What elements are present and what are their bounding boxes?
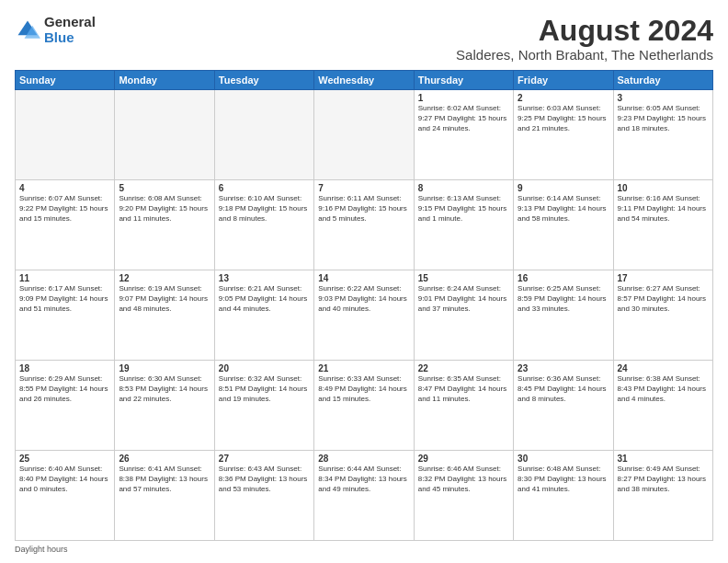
calendar-cell: 4Sunrise: 6:07 AM Sunset: 9:22 PM Daylig… (16, 180, 115, 270)
day-info: Sunrise: 6:32 AM Sunset: 8:51 PM Dayligh… (219, 374, 310, 404)
day-number: 31 (618, 454, 709, 464)
page: General Blue August 2024 Salderes, North… (0, 0, 728, 563)
day-number: 10 (618, 183, 709, 193)
calendar-cell: 7Sunrise: 6:11 AM Sunset: 9:16 PM Daylig… (314, 180, 414, 270)
calendar-week-0: 1Sunrise: 6:02 AM Sunset: 9:27 PM Daylig… (16, 90, 713, 180)
day-info: Sunrise: 6:11 AM Sunset: 9:16 PM Dayligh… (318, 194, 409, 224)
day-number: 13 (219, 273, 310, 283)
logo-blue: Blue (44, 30, 96, 46)
header-saturday: Saturday (613, 71, 712, 90)
day-info: Sunrise: 6:19 AM Sunset: 9:07 PM Dayligh… (119, 284, 210, 314)
day-number: 28 (318, 454, 409, 464)
calendar-cell: 14Sunrise: 6:22 AM Sunset: 9:03 PM Dayli… (314, 270, 414, 361)
day-info: Sunrise: 6:13 AM Sunset: 9:15 PM Dayligh… (418, 194, 509, 224)
logo-text: General Blue (44, 15, 96, 45)
calendar-cell (115, 90, 214, 180)
header-friday: Friday (514, 71, 613, 90)
day-number: 5 (119, 183, 210, 193)
day-info: Sunrise: 6:14 AM Sunset: 9:13 PM Dayligh… (518, 194, 609, 224)
day-number: 18 (19, 363, 110, 373)
logo: General Blue (15, 15, 96, 45)
calendar-cell: 17Sunrise: 6:27 AM Sunset: 8:57 PM Dayli… (613, 270, 712, 361)
header: General Blue August 2024 Salderes, North… (15, 15, 713, 63)
day-number: 20 (219, 363, 310, 373)
day-number: 29 (418, 454, 509, 464)
calendar-cell: 13Sunrise: 6:21 AM Sunset: 9:05 PM Dayli… (214, 270, 313, 361)
calendar-week-1: 4Sunrise: 6:07 AM Sunset: 9:22 PM Daylig… (16, 180, 713, 270)
day-number: 7 (318, 183, 409, 193)
calendar-cell: 2Sunrise: 6:03 AM Sunset: 9:25 PM Daylig… (514, 90, 613, 180)
calendar-cell: 30Sunrise: 6:48 AM Sunset: 8:30 PM Dayli… (514, 451, 613, 541)
day-number: 16 (518, 273, 609, 283)
day-number: 22 (418, 363, 509, 373)
calendar-header-row: Sunday Monday Tuesday Wednesday Thursday… (16, 71, 713, 90)
day-number: 11 (19, 273, 110, 283)
day-info: Sunrise: 6:49 AM Sunset: 8:27 PM Dayligh… (618, 465, 709, 494)
day-info: Sunrise: 6:03 AM Sunset: 9:25 PM Dayligh… (518, 104, 609, 133)
day-info: Sunrise: 6:08 AM Sunset: 9:20 PM Dayligh… (119, 194, 210, 224)
calendar-cell: 31Sunrise: 6:49 AM Sunset: 8:27 PM Dayli… (613, 451, 712, 541)
day-info: Sunrise: 6:10 AM Sunset: 9:18 PM Dayligh… (219, 194, 310, 224)
calendar-table: Sunday Monday Tuesday Wednesday Thursday… (15, 70, 713, 541)
calendar-week-2: 11Sunrise: 6:17 AM Sunset: 9:09 PM Dayli… (16, 270, 713, 361)
header-thursday: Thursday (414, 71, 513, 90)
day-number: 23 (518, 363, 609, 373)
calendar-cell: 28Sunrise: 6:44 AM Sunset: 8:34 PM Dayli… (314, 451, 414, 541)
day-info: Sunrise: 6:02 AM Sunset: 9:27 PM Dayligh… (418, 104, 509, 133)
day-info: Sunrise: 6:44 AM Sunset: 8:34 PM Dayligh… (318, 465, 409, 494)
calendar-cell: 16Sunrise: 6:25 AM Sunset: 8:59 PM Dayli… (514, 270, 613, 361)
day-number: 21 (318, 363, 409, 373)
day-info: Sunrise: 6:29 AM Sunset: 8:55 PM Dayligh… (19, 374, 110, 404)
day-info: Sunrise: 6:38 AM Sunset: 8:43 PM Dayligh… (618, 374, 709, 404)
calendar-cell: 21Sunrise: 6:33 AM Sunset: 8:49 PM Dayli… (314, 361, 414, 451)
calendar-cell: 26Sunrise: 6:41 AM Sunset: 8:38 PM Dayli… (115, 451, 214, 541)
calendar-cell: 8Sunrise: 6:13 AM Sunset: 9:15 PM Daylig… (414, 180, 513, 270)
calendar-cell (314, 90, 414, 180)
day-number: 24 (618, 363, 709, 373)
day-number: 17 (618, 273, 709, 283)
day-info: Sunrise: 6:16 AM Sunset: 9:11 PM Dayligh… (618, 194, 709, 224)
calendar-cell: 23Sunrise: 6:36 AM Sunset: 8:45 PM Dayli… (514, 361, 613, 451)
day-info: Sunrise: 6:17 AM Sunset: 9:09 PM Dayligh… (19, 284, 110, 314)
day-number: 1 (418, 93, 509, 103)
header-tuesday: Tuesday (214, 71, 313, 90)
header-sunday: Sunday (16, 71, 115, 90)
calendar-cell: 6Sunrise: 6:10 AM Sunset: 9:18 PM Daylig… (214, 180, 313, 270)
calendar-week-3: 18Sunrise: 6:29 AM Sunset: 8:55 PM Dayli… (16, 361, 713, 451)
day-info: Sunrise: 6:21 AM Sunset: 9:05 PM Dayligh… (219, 284, 310, 314)
title-block: August 2024 Salderes, North Brabant, The… (456, 15, 713, 63)
footer-note: Daylight hours (15, 545, 713, 554)
day-info: Sunrise: 6:25 AM Sunset: 8:59 PM Dayligh… (518, 284, 609, 314)
calendar-cell: 20Sunrise: 6:32 AM Sunset: 8:51 PM Dayli… (214, 361, 313, 451)
calendar-cell: 19Sunrise: 6:30 AM Sunset: 8:53 PM Dayli… (115, 361, 214, 451)
logo-general: General (44, 15, 96, 30)
day-info: Sunrise: 6:40 AM Sunset: 8:40 PM Dayligh… (19, 465, 110, 494)
day-info: Sunrise: 6:24 AM Sunset: 9:01 PM Dayligh… (418, 284, 509, 314)
day-number: 6 (219, 183, 310, 193)
calendar-cell: 15Sunrise: 6:24 AM Sunset: 9:01 PM Dayli… (414, 270, 513, 361)
day-number: 30 (518, 454, 609, 464)
calendar-cell: 24Sunrise: 6:38 AM Sunset: 8:43 PM Dayli… (613, 361, 712, 451)
calendar-cell: 27Sunrise: 6:43 AM Sunset: 8:36 PM Dayli… (214, 451, 313, 541)
calendar-cell: 29Sunrise: 6:46 AM Sunset: 8:32 PM Dayli… (414, 451, 513, 541)
day-info: Sunrise: 6:35 AM Sunset: 8:47 PM Dayligh… (418, 374, 509, 404)
calendar-cell: 10Sunrise: 6:16 AM Sunset: 9:11 PM Dayli… (613, 180, 712, 270)
day-number: 4 (19, 183, 110, 193)
day-number: 14 (318, 273, 409, 283)
day-number: 19 (119, 363, 210, 373)
day-info: Sunrise: 6:33 AM Sunset: 8:49 PM Dayligh… (318, 374, 409, 404)
calendar-cell: 11Sunrise: 6:17 AM Sunset: 9:09 PM Dayli… (16, 270, 115, 361)
day-info: Sunrise: 6:48 AM Sunset: 8:30 PM Dayligh… (518, 465, 609, 494)
calendar-cell (214, 90, 313, 180)
calendar-cell: 9Sunrise: 6:14 AM Sunset: 9:13 PM Daylig… (514, 180, 613, 270)
calendar-cell: 12Sunrise: 6:19 AM Sunset: 9:07 PM Dayli… (115, 270, 214, 361)
calendar-cell: 25Sunrise: 6:40 AM Sunset: 8:40 PM Dayli… (16, 451, 115, 541)
calendar-week-4: 25Sunrise: 6:40 AM Sunset: 8:40 PM Dayli… (16, 451, 713, 541)
day-number: 8 (418, 183, 509, 193)
logo-icon (15, 17, 40, 43)
day-number: 9 (518, 183, 609, 193)
calendar-cell: 1Sunrise: 6:02 AM Sunset: 9:27 PM Daylig… (414, 90, 513, 180)
calendar-cell (16, 90, 115, 180)
header-monday: Monday (115, 71, 214, 90)
day-number: 25 (19, 454, 110, 464)
